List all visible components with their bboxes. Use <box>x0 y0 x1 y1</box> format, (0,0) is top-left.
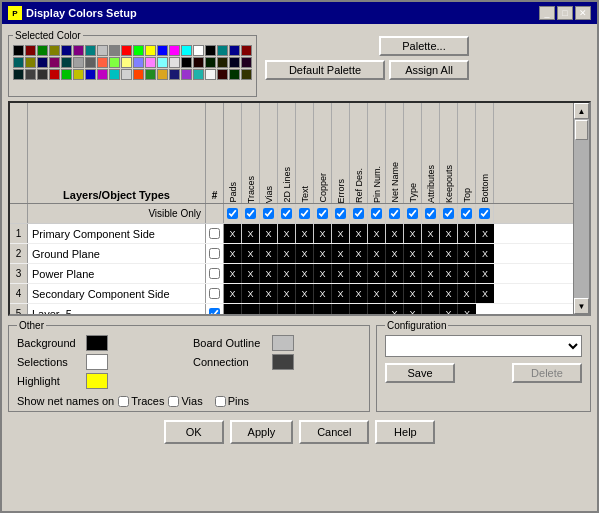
vis-check-attributes[interactable] <box>422 204 440 223</box>
row-cell-pads[interactable]: X <box>224 224 242 243</box>
color-cell[interactable] <box>133 69 144 80</box>
row-cell-vias[interactable]: X <box>260 224 278 243</box>
vis-check-top[interactable] <box>458 204 476 223</box>
ok-button[interactable]: OK <box>164 420 224 444</box>
row-cell[interactable] <box>224 304 242 314</box>
row-cell[interactable] <box>332 304 350 314</box>
color-cell[interactable] <box>13 45 24 56</box>
row-cell[interactable]: X <box>386 284 404 303</box>
maximize-button[interactable]: □ <box>557 6 573 20</box>
color-cell[interactable] <box>205 69 216 80</box>
row-cell[interactable]: X <box>386 264 404 283</box>
row-cell[interactable]: X <box>422 284 440 303</box>
row-cell[interactable] <box>314 304 332 314</box>
row-cell-copper[interactable]: X <box>314 224 332 243</box>
color-cell[interactable] <box>217 69 228 80</box>
color-cell[interactable] <box>25 69 36 80</box>
row-cell[interactable]: X <box>368 264 386 283</box>
vis-check-pads[interactable] <box>224 204 242 223</box>
row-cell[interactable] <box>242 304 260 314</box>
config-dropdown[interactable] <box>385 335 582 357</box>
row-cell[interactable]: X <box>278 244 296 263</box>
scroll-up-button[interactable]: ▲ <box>574 103 589 119</box>
row-cell[interactable] <box>296 304 314 314</box>
highlight-swatch[interactable] <box>86 373 108 389</box>
row-cell[interactable]: X <box>242 284 260 303</box>
row-cell[interactable]: X <box>440 244 458 263</box>
vis-check-2dlines[interactable] <box>278 204 296 223</box>
color-cell[interactable] <box>241 69 252 80</box>
vis-check-type[interactable] <box>404 204 422 223</box>
row-cell[interactable]: X <box>332 284 350 303</box>
color-cell[interactable] <box>121 57 132 68</box>
row-cell-type[interactable]: X <box>404 224 422 243</box>
vis-check-pinnum[interactable] <box>368 204 386 223</box>
cancel-button[interactable]: Cancel <box>299 420 369 444</box>
color-cell[interactable] <box>49 57 60 68</box>
row-cell[interactable] <box>368 304 386 314</box>
row-cell[interactable]: X <box>278 284 296 303</box>
help-button[interactable]: Help <box>375 420 435 444</box>
color-cell[interactable] <box>121 69 132 80</box>
row-cell[interactable]: X <box>404 304 422 314</box>
row-cell[interactable]: X <box>404 284 422 303</box>
row-cell[interactable]: X <box>440 304 458 314</box>
color-cell[interactable] <box>109 45 120 56</box>
vis-check-copper[interactable] <box>314 204 332 223</box>
row-cell[interactable]: X <box>458 264 476 283</box>
color-cell[interactable] <box>61 57 72 68</box>
vis-check-errors[interactable] <box>332 204 350 223</box>
row-layer-name[interactable]: Power Plane <box>28 264 206 283</box>
row-cell[interactable]: X <box>224 264 242 283</box>
color-cell[interactable] <box>97 69 108 80</box>
row-cell[interactable]: X <box>458 304 476 314</box>
row-cell-keepouts[interactable]: X <box>440 224 458 243</box>
color-cell[interactable] <box>229 57 240 68</box>
color-cell[interactable] <box>37 45 48 56</box>
row-cell-bottom[interactable]: X <box>476 224 494 243</box>
row-cell[interactable]: X <box>350 244 368 263</box>
row-cell[interactable]: X <box>422 244 440 263</box>
color-cell[interactable] <box>193 45 204 56</box>
row-cell-netname[interactable]: X <box>386 224 404 243</box>
board-outline-swatch[interactable] <box>272 335 294 351</box>
color-cell[interactable] <box>229 45 240 56</box>
color-cell[interactable] <box>133 45 144 56</box>
color-cell[interactable] <box>13 69 24 80</box>
row-cell[interactable]: X <box>224 284 242 303</box>
row-cell[interactable]: X <box>404 244 422 263</box>
row-cell[interactable]: X <box>296 244 314 263</box>
color-cell[interactable] <box>85 69 96 80</box>
row-cell[interactable]: X <box>242 244 260 263</box>
row-checkbox[interactable] <box>206 224 224 243</box>
color-cell[interactable] <box>169 57 180 68</box>
row-cell[interactable] <box>260 304 278 314</box>
row-cell[interactable]: X <box>476 244 494 263</box>
color-cell[interactable] <box>97 45 108 56</box>
row-cell-2dlines[interactable]: X <box>278 224 296 243</box>
color-cell[interactable] <box>61 69 72 80</box>
color-cell[interactable] <box>73 45 84 56</box>
color-cell[interactable] <box>169 69 180 80</box>
vis-check-text[interactable] <box>296 204 314 223</box>
row-cell[interactable]: X <box>332 264 350 283</box>
row-layer-name[interactable]: Primary Component Side <box>28 224 206 243</box>
color-cell[interactable] <box>109 57 120 68</box>
vertical-scrollbar[interactable]: ▲ ▼ <box>573 103 589 314</box>
row-cell[interactable]: X <box>314 284 332 303</box>
scroll-down-button[interactable]: ▼ <box>574 298 589 314</box>
row-layer-name[interactable]: Ground Plane <box>28 244 206 263</box>
color-cell[interactable] <box>25 57 36 68</box>
color-cell[interactable] <box>97 57 108 68</box>
row-cell[interactable]: X <box>350 264 368 283</box>
vias-checkbox[interactable] <box>168 396 179 407</box>
row-cell[interactable]: X <box>242 264 260 283</box>
assign-all-button[interactable]: Assign All <box>389 60 469 80</box>
row-cell-attributes[interactable]: X <box>422 224 440 243</box>
save-button[interactable]: Save <box>385 363 455 383</box>
color-cell[interactable] <box>49 69 60 80</box>
background-swatch[interactable] <box>86 335 108 351</box>
row-cell[interactable]: X <box>368 284 386 303</box>
row-cell[interactable] <box>422 304 440 314</box>
color-cell[interactable] <box>121 45 132 56</box>
